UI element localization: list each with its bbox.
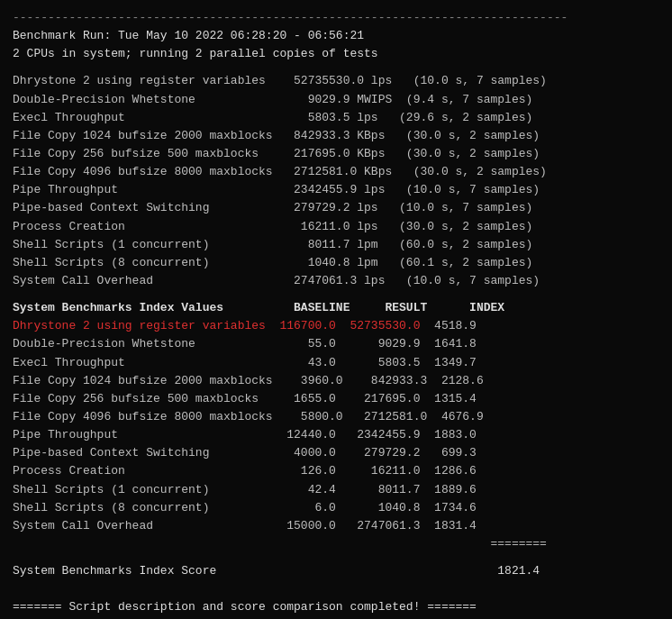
benchmark-row: File Copy 256 bufsize 500 maxblocks 2176… [13,145,659,163]
benchmark-row: Process Creation 16211.0 lps (30.0 s, 2 … [13,218,659,236]
index-row: Double-Precision Whetstone 55.0 9029.9 1… [13,335,659,353]
index-row: Pipe Throughput 12440.0 2342455.9 1883.0 [13,426,659,444]
benchmark-row: File Copy 4096 bufsize 8000 maxblocks 27… [13,163,659,181]
separator-line: ----------------------------------------… [13,9,659,27]
benchmark-row: Pipe-based Context Switching 279729.2 lp… [13,199,659,217]
index-row: System Call Overhead 15000.0 2747061.3 1… [13,517,659,535]
benchmark-results: Dhrystone 2 using register variables 527… [13,72,659,290]
index-row: Shell Scripts (8 concurrent) 6.0 1040.8 … [13,499,659,517]
benchmark-row: Shell Scripts (8 concurrent) 1040.8 lpm … [13,254,659,272]
index-row: File Copy 4096 bufsize 8000 maxblocks 58… [13,408,659,426]
index-header: System Benchmarks Index Values BASELINE … [13,299,659,317]
index-row: File Copy 256 bufsize 500 maxblocks 1655… [13,390,659,408]
index-row: Pipe-based Context Switching 4000.0 2797… [13,444,659,462]
benchmark-row: File Copy 1024 bufsize 2000 maxblocks 84… [13,127,659,145]
header-line2: 2 CPUs in system; running 2 parallel cop… [13,45,659,63]
benchmark-row: Execl Throughput 5803.5 lps (29.6 s, 2 s… [13,109,659,127]
index-row: Dhrystone 2 using register variables 116… [13,317,659,335]
footer-line: ======= Script description and score com… [13,598,659,616]
benchmark-row: Dhrystone 2 using register variables 527… [13,72,659,90]
index-row: Execl Throughput 43.0 5803.5 1349.7 [13,354,659,372]
benchmark-row: Pipe Throughput 2342455.9 lps (10.0 s, 7… [13,181,659,199]
index-row: Shell Scripts (1 concurrent) 42.4 8011.7… [13,481,659,499]
index-rows: Dhrystone 2 using register variables 116… [13,317,659,535]
header-line1: Benchmark Run: Tue May 10 2022 06:28:20 … [13,27,659,45]
score-line: System Benchmarks Index Score 1821.4 [13,562,659,580]
equals-line: ======== [13,535,659,553]
index-row: File Copy 1024 bufsize 2000 maxblocks 39… [13,372,659,390]
index-row: Process Creation 126.0 16211.0 1286.6 [13,462,659,480]
benchmark-row: System Call Overhead 2747061.3 lps (10.0… [13,272,659,290]
terminal: ----------------------------------------… [13,9,659,616]
benchmark-row: Shell Scripts (1 concurrent) 8011.7 lpm … [13,236,659,254]
benchmark-row: Double-Precision Whetstone 9029.9 MWIPS … [13,91,659,109]
